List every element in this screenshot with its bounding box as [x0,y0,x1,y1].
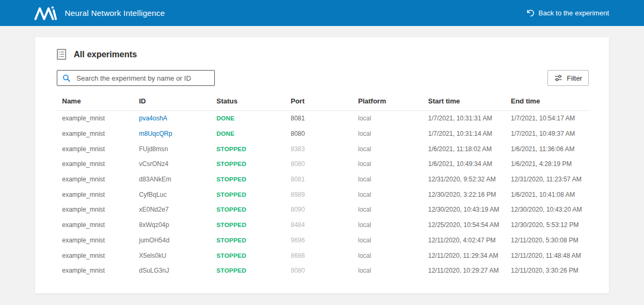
cell-port: 8081 [291,176,358,183]
app-header: Neural Network Intelligence Back to the … [0,0,644,26]
cell-port: 8090 [291,206,358,213]
experiments-table: Name ID Status Port Platform Start time … [57,97,589,278]
cell-experiment-name: example_mnist [62,176,139,183]
cell-status: STOPPED [216,206,291,213]
cell-port: 8080 [291,267,358,274]
cell-start-time: 1/6/2021, 11:18:02 AM [428,145,511,153]
column-header-status: Status [216,97,291,105]
experiments-list-icon [57,49,67,60]
page-title: All experiments [74,50,137,59]
cell-platform: local [358,267,428,274]
search-input[interactable] [75,74,209,83]
table-row: example_mnist pva4oshA DONE 8081 local 1… [62,111,589,126]
cell-port: 8080 [291,160,358,168]
cell-experiment-id: vCsrONz4 [139,160,216,168]
column-header-start-time: Start time [428,97,511,105]
cell-experiment-name: example_mnist [62,252,139,259]
cell-start-time: 12/11/2020, 10:29:27 AM [428,267,511,274]
cell-start-time: 12/25/2020, 10:54:54 AM [428,221,511,229]
column-header-name: Name [62,97,139,105]
cell-experiment-name: example_mnist [62,191,139,198]
cell-platform: local [358,130,428,137]
filter-button-label: Filter [567,74,582,82]
cell-status: DONE [216,115,291,121]
card-title-row: All experiments [57,49,589,60]
cell-end-time: 1/6/2021, 11:36:06 AM [511,145,589,153]
cell-platform: local [358,237,428,244]
cell-end-time: 12/11/2020, 3:30:26 PM [511,267,589,274]
cell-experiment-name: example_mnist [62,237,139,244]
cell-end-time: 12/11/2020, 11:48:48 AM [511,252,589,259]
cell-port: 8081 [291,115,358,122]
cell-port: 8989 [291,191,358,198]
column-header-port: Port [291,97,358,105]
table-row: example_mnist FUjd8msn STOPPED 8383 loca… [62,141,589,156]
cell-platform: local [358,176,428,183]
table-row: example_mnist xE0Nd2e7 STOPPED 8090 loca… [62,202,589,217]
cell-experiment-id: jumOH54d [139,237,216,244]
cell-start-time: 12/11/2020, 4:02:47 PM [428,237,511,244]
cell-status: STOPPED [216,161,291,167]
app-title: Neural Network Intelligence [65,8,165,18]
cell-status: STOPPED [216,191,291,198]
cell-status: STOPPED [216,222,291,228]
cell-port: 8484 [291,221,358,229]
table-row: example_mnist m8UqcQRp DONE 8080 local 1… [62,126,589,142]
cell-experiment-name: example_mnist [62,221,139,229]
experiment-id-link[interactable]: m8UqcQRp [139,130,216,137]
column-header-platform: Platform [358,97,428,105]
cell-status: STOPPED [216,146,291,152]
controls-row: Filter [57,70,589,86]
search-box[interactable] [57,70,215,86]
cell-status: STOPPED [216,176,291,182]
cell-experiment-id: 8xWqz04p [139,221,216,229]
cell-platform: local [358,191,428,198]
cell-start-time: 12/30/2020, 3:22:16 PM [428,191,511,198]
cell-status: STOPPED [216,267,291,274]
experiments-card: All experiments Filter [35,37,609,293]
cell-start-time: 1/7/2021, 10:31:31 AM [428,115,511,122]
table-row: example_mnist vCsrONz4 STOPPED 8080 loca… [62,156,589,172]
table-row: example_mnist CyfBqLuc STOPPED 8989 loca… [62,187,589,202]
cell-experiment-id: d83ANkEm [139,176,216,183]
cell-experiment-id: X5els0kU [139,252,216,259]
cell-end-time: 12/30/2020, 5:53:12 PM [511,221,589,229]
back-to-experiment-link[interactable]: Back to the experiment [526,9,609,17]
cell-end-time: 12/30/2020, 10:43:20 AM [511,206,589,213]
cell-port: 8383 [291,145,358,153]
column-header-id: ID [139,97,216,105]
cell-start-time: 12/31/2020, 9:52:32 AM [428,176,511,183]
cell-port: 9696 [291,237,358,244]
cell-experiment-id: xE0Nd2e7 [139,206,216,213]
experiment-id-link[interactable]: pva4oshA [139,115,216,122]
cell-end-time: 12/31/2020, 11:23:57 AM [511,176,589,183]
table-body: example_mnist pva4oshA DONE 8081 local 1… [62,111,589,278]
cell-platform: local [358,115,428,122]
cell-start-time: 12/30/2020, 10:43:19 AM [428,206,511,213]
cell-experiment-name: example_mnist [62,267,139,274]
table-row: example_mnist X5els0kU STOPPED 8686 loca… [62,248,589,263]
brand: Neural Network Intelligence [34,6,165,21]
cell-experiment-name: example_mnist [62,206,139,213]
nni-logo-icon [34,6,57,21]
table-row: example_mnist jumOH54d STOPPED 9696 loca… [62,233,589,248]
filter-button[interactable]: Filter [547,70,589,86]
cell-experiment-name: example_mnist [62,130,139,137]
cell-experiment-id: CyfBqLuc [139,191,216,198]
cell-start-time: 1/6/2021, 10:49:34 AM [428,160,511,168]
cell-start-time: 12/11/2020, 11:29:34 AM [428,252,511,259]
table-header-row: Name ID Status Port Platform Start time … [57,97,589,111]
cell-experiment-id: FUjd8msn [139,145,216,153]
cell-end-time: 12/11/2020, 5:30:08 PM [511,237,589,244]
cell-port: 8686 [291,252,358,259]
back-arrow-icon [526,9,534,17]
cell-platform: local [358,145,428,153]
cell-experiment-name: example_mnist [62,160,139,168]
cell-status: STOPPED [216,252,291,259]
cell-platform: local [358,160,428,168]
cell-end-time: 1/6/2021, 10:41:08 AM [511,191,589,198]
cell-port: 8080 [291,130,358,137]
cell-start-time: 1/7/2021, 10:31:14 AM [428,130,511,137]
cell-status: DONE [216,130,291,137]
cell-platform: local [358,252,428,259]
